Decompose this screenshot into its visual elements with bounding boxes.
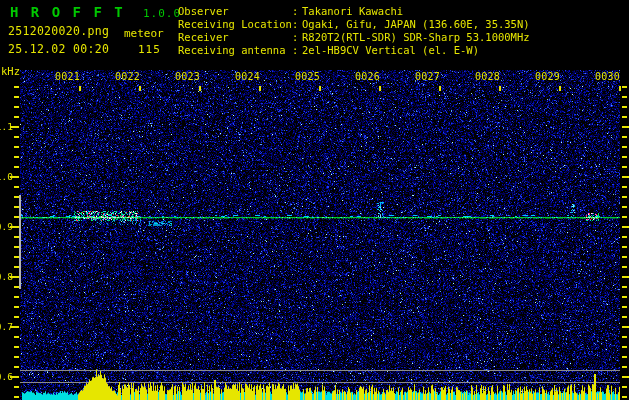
info-row-antenna: Receiving antenna:2el-HB9CV Vertical (el… — [178, 44, 479, 56]
info-label: Receiving antenna — [178, 44, 292, 56]
info-colon: : — [292, 5, 302, 17]
app-version: 1.0.0 — [143, 7, 181, 20]
info-value: Ogaki, Gifu, JAPAN (136.60E, 35.35N) — [302, 18, 530, 30]
x-axis-tick-label: 0028 — [475, 71, 500, 82]
y-axis-tick-label: 1.0 — [0, 171, 13, 182]
info-row-observer: Observer:Takanori Kawachi — [178, 5, 403, 17]
info-colon: : — [292, 44, 302, 56]
y-axis-tick-label: 0.6 — [0, 371, 13, 382]
info-label: Receiver — [178, 31, 292, 43]
y-axis-tick-label: 0.8 — [0, 271, 13, 282]
x-axis-tick-label: 0022 — [115, 71, 140, 82]
x-axis-tick-label: 0030 — [595, 71, 620, 82]
y-axis-tick-label: 1.1 — [0, 121, 13, 132]
y-axis-tick-label: 0.9 — [0, 221, 13, 232]
x-axis-tick-label: 0029 — [535, 71, 560, 82]
app-title: H R O F F T — [10, 4, 125, 20]
info-row-location: Receiving Location:Ogaki, Gifu, JAPAN (1… — [178, 18, 530, 30]
timestamp: 25.12.02 00:20 — [8, 42, 109, 56]
x-axis-tick-label: 0025 — [295, 71, 320, 82]
spectrogram-canvas — [0, 0, 629, 400]
hrofft-output: H R O F F T 1.0.0 2512020020.png meteor … — [0, 0, 629, 400]
info-value: R820T2(RTL-SDR) SDR-Sharp 53.1000MHz — [302, 31, 530, 43]
output-filename: 2512020020.png — [8, 24, 109, 38]
info-colon: : — [292, 31, 302, 43]
observation-mode: meteor — [124, 27, 164, 40]
y-axis-unit-label: kHz — [1, 65, 20, 77]
info-label: Observer — [178, 5, 292, 17]
info-colon: : — [292, 18, 302, 30]
info-row-receiver: Receiver:R820T2(RTL-SDR) SDR-Sharp 53.10… — [178, 31, 530, 43]
info-value: Takanori Kawachi — [302, 5, 403, 17]
echo-count: 115 — [138, 43, 161, 56]
x-axis-tick-label: 0024 — [235, 71, 260, 82]
x-axis-tick-label: 0026 — [355, 71, 380, 82]
x-axis-tick-label: 0023 — [175, 71, 200, 82]
y-axis-tick-label: 0.7 — [0, 321, 13, 332]
x-axis-tick-label: 0021 — [55, 71, 80, 82]
info-value: 2el-HB9CV Vertical (el. E-W) — [302, 44, 479, 56]
x-axis-tick-label: 0027 — [415, 71, 440, 82]
info-label: Receiving Location — [178, 18, 292, 30]
